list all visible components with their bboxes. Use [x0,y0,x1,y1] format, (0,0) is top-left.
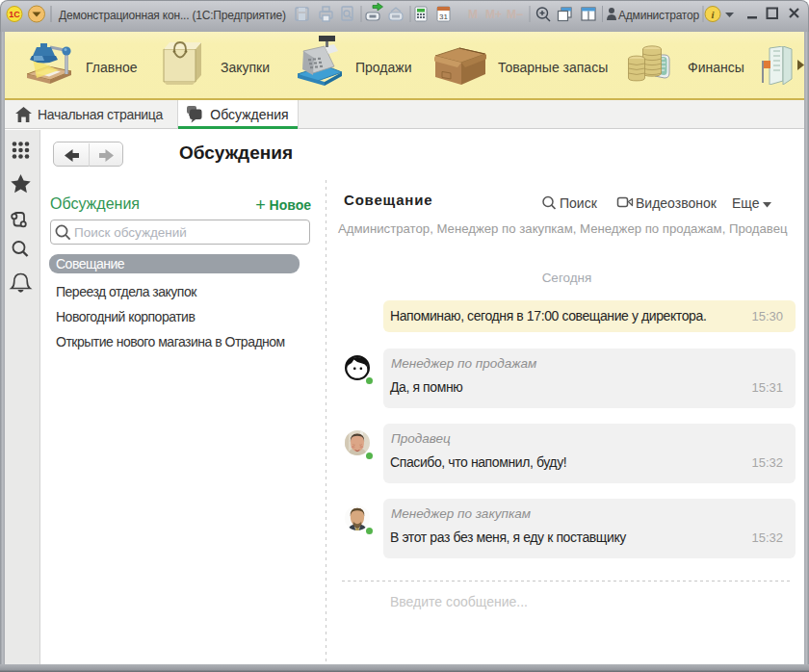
svg-text:31: 31 [439,13,448,21]
svg-text:M: M [468,8,478,21]
svg-text:1С: 1С [9,10,20,19]
svg-text:M−: M− [507,8,523,21]
svg-text:M+: M+ [485,8,502,21]
